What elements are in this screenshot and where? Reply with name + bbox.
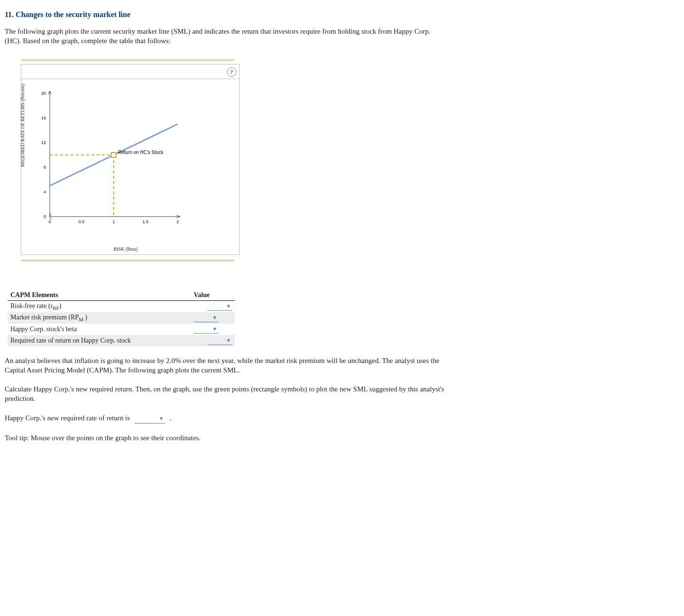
separator-top	[21, 59, 234, 61]
graph-toolbar: ?	[21, 64, 239, 79]
y-tick-8: 8	[44, 165, 46, 170]
capm-header-value: Value	[191, 290, 235, 301]
x-axis-label: RISK (Beta)	[114, 246, 137, 252]
capm-table: CAPM Elements Value Risk-free rate (rRF)…	[8, 290, 235, 346]
table-row: Risk-free rate (rRF) ▼	[8, 300, 235, 312]
hc-point-marker[interactable]	[111, 153, 116, 157]
fill-in-pre: Happy Corp.'s new required rate of retur…	[5, 414, 130, 422]
intro-text: The following graph plots the current se…	[5, 27, 436, 46]
y-tick-4: 4	[44, 190, 46, 194]
tooltip-hint: Tool tip: Mouse over the points on the g…	[5, 433, 459, 443]
y-axis-label: REQUIRED RATE OF RETURN (Percent)	[20, 84, 25, 167]
dropdown-beta[interactable]: ▼	[194, 325, 218, 334]
row-label-beta: Happy Corp. stock's beta	[8, 324, 191, 335]
x-tick-15: 1.5	[143, 219, 149, 224]
capm-header-elements: CAPM Elements	[8, 290, 191, 301]
y-tick-12: 12	[41, 140, 46, 145]
help-icon[interactable]: ?	[227, 67, 236, 77]
dropdown-new-return[interactable]: ▼	[135, 413, 165, 424]
chart-svg[interactable]: 0 4 8 12 16 20 0 0.5 1 1.5 2 Return on H…	[21, 79, 230, 245]
table-row: Market risk premium (RPM ) ▼	[8, 312, 235, 324]
graph-body[interactable]: REQUIRED RATE OF RETURN (Percent) 0 4 8 …	[21, 79, 239, 254]
separator-bottom	[21, 260, 234, 262]
dropdown-rf[interactable]: ▼	[207, 302, 232, 311]
y-tick-16: 16	[41, 116, 46, 120]
dropdown-rpm[interactable]: ▼	[194, 314, 218, 322]
table-row: Required rate of return on Happy Corp. s…	[8, 335, 235, 346]
fill-in-sentence: Happy Corp.'s new required rate of retur…	[5, 413, 459, 424]
question-title: 11. Changes to the security market line	[5, 10, 679, 19]
x-tick-05: 0.5	[79, 219, 85, 224]
analyst-paragraph: An analyst believes that inflation is go…	[5, 356, 459, 375]
y-tick-0: 0	[44, 214, 46, 219]
row-label-rf: Risk-free rate (rRF)	[8, 300, 191, 312]
x-tick-2: 2	[176, 219, 179, 224]
row-label-required: Required rate of return on Happy Corp. s…	[8, 335, 191, 346]
row-label-rpm: Market risk premium (RPM )	[8, 312, 191, 324]
y-tick-20: 20	[41, 91, 46, 96]
fill-in-post: .	[170, 414, 171, 422]
table-row: Happy Corp. stock's beta ▼	[8, 324, 235, 335]
x-tick-0: 0	[48, 219, 51, 224]
x-tick-1: 1	[112, 219, 115, 224]
hc-point-label: Return on HC's Stock	[118, 150, 164, 155]
graph-panel: ? REQUIRED RATE OF RETURN (Percent) 0 4 …	[21, 64, 240, 255]
capm-table-block: CAPM Elements Value Risk-free rate (rRF)…	[8, 290, 235, 346]
calc-paragraph: Calculate Happy Corp.'s new required ret…	[5, 384, 459, 404]
dropdown-required[interactable]: ▼	[207, 336, 232, 345]
capm-header-row: CAPM Elements Value	[8, 290, 235, 301]
